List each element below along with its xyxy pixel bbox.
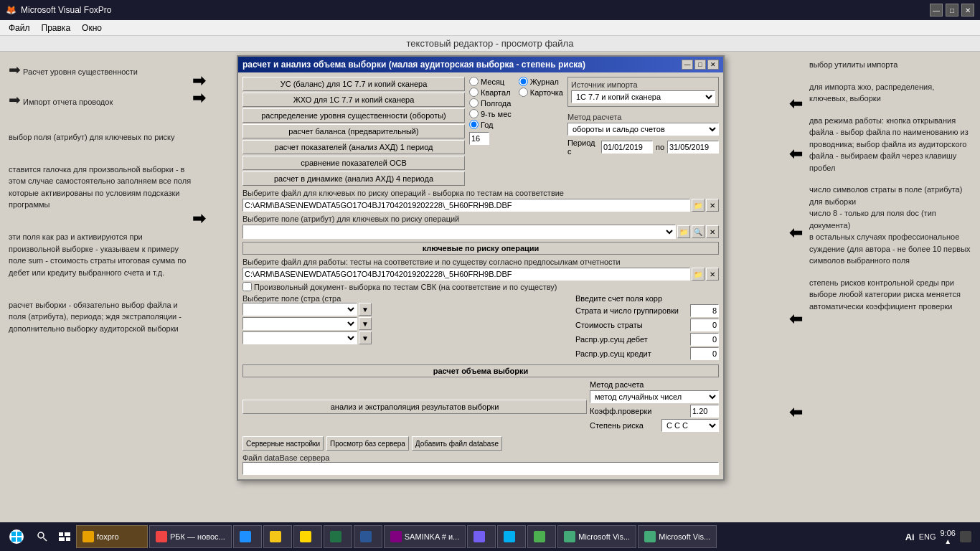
excel-icon <box>330 531 341 542</box>
ai-label: Ai <box>905 532 915 542</box>
debit-input[interactable] <box>690 333 719 346</box>
key-field-btn3[interactable]: ✕ <box>706 225 719 238</box>
strata-group-input[interactable] <box>690 304 719 317</box>
dialog-maximize-button[interactable]: □ <box>694 60 706 70</box>
method-calc-select[interactable]: обороты и сальдо счетов <box>567 123 719 136</box>
field-listbox-1[interactable] <box>242 303 357 316</box>
svk-file-input[interactable] <box>242 268 690 281</box>
taskbar-ie1[interactable] <box>233 525 262 548</box>
period-halfyear[interactable]: Полгода <box>469 98 512 108</box>
btn-indicators[interactable]: расчет показателей (анализ АХД) 1 период <box>242 140 465 154</box>
key-file-browse-btn[interactable]: 📁 <box>692 199 705 212</box>
key-field-btn1[interactable]: 📁 <box>677 225 690 238</box>
dialog-close-button[interactable]: ✕ <box>707 60 719 70</box>
arrow-right-1: ⬅ <box>789 95 802 113</box>
taskbar-chrome[interactable] <box>527 525 556 548</box>
taskbar-file1[interactable] <box>263 525 292 548</box>
source-import-select[interactable]: 1С 7.7 и копий сканера <box>571 90 715 103</box>
notification-icon[interactable] <box>960 531 971 542</box>
taskbar-rbk[interactable]: РБК — новос... <box>149 525 232 548</box>
credit-row: Распр.ур.сущ кредит <box>575 347 719 360</box>
credit-input[interactable] <box>690 347 719 360</box>
app-subtitle: текстовый редактор - просмотр файла <box>407 38 574 49</box>
period-9months[interactable]: 9-ть мес <box>469 109 512 118</box>
arrow-right-4: ⬅ <box>789 310 802 329</box>
server-settings-btn[interactable]: Серверные настройки <box>242 436 324 451</box>
method-calc-label: Метод расчета <box>590 380 644 389</box>
credit-label: Распр.ур.сущ кредит <box>575 349 651 358</box>
taskbar-skype[interactable] <box>497 525 526 548</box>
taskbar-excel[interactable] <box>324 525 352 548</box>
key-field-select[interactable] <box>242 225 676 239</box>
coeff-input[interactable] <box>690 405 719 418</box>
calc-params: Метод расчета метод случайных чисел Коэф… <box>590 380 719 433</box>
view-db-server-btn[interactable]: Просмотр баз сервера <box>326 436 409 451</box>
left-text-6: расчет выборки - обязательно выбор файла… <box>9 299 192 335</box>
dialog-minimize-button[interactable]: — <box>682 60 693 70</box>
dialog-title-text: расчет и анализ объема выборки (малая ау… <box>242 60 585 70</box>
period-from-input[interactable] <box>601 141 653 154</box>
field-listbox-3[interactable] <box>242 331 357 344</box>
start-button[interactable] <box>3 524 30 550</box>
svg-line-5 <box>44 538 47 542</box>
debit-row: Распр.ур.сущ дебет <box>575 333 719 346</box>
menu-edit[interactable]: Правка <box>36 22 77 34</box>
btn-distribution[interactable]: распределение уровня существенности (обо… <box>242 108 465 123</box>
close-button[interactable]: ✕ <box>961 4 974 17</box>
key-field-section: Выберите поле (атрибут) для ключевых по … <box>242 215 719 239</box>
field-list-btn-2[interactable]: ▼ <box>359 317 372 330</box>
taskbar-vis2[interactable]: Microsoft Vis... <box>638 525 717 548</box>
app-title: Microsoft Visual FoxPro <box>21 5 112 15</box>
maximize-button[interactable]: □ <box>946 4 958 17</box>
dialog-body: УС (баланс) для 1С 7.7 и копий сканера Ж… <box>238 72 723 479</box>
btn-compare-osv[interactable]: сравнение показателей ОСВ <box>242 156 465 170</box>
svg-point-4 <box>38 532 44 538</box>
arbitrary-doc-checkbox[interactable] <box>242 282 252 291</box>
period-number-input[interactable] <box>469 132 489 145</box>
period-month[interactable]: Месяц <box>469 77 512 86</box>
svk-file-browse-btn[interactable]: 📁 <box>692 268 705 281</box>
strata-cost-input[interactable] <box>690 319 719 331</box>
source-card[interactable]: Карточка <box>519 88 563 97</box>
strata-group-row: Страта и число группировки <box>575 304 719 317</box>
risk-select[interactable]: С С С <box>661 419 719 432</box>
taskbar-saminka[interactable]: SAMINKA # и... <box>384 525 466 548</box>
task-view-btn[interactable] <box>55 525 75 548</box>
menu-window[interactable]: Окно <box>76 22 108 34</box>
word-icon <box>360 531 372 542</box>
menu-file[interactable]: Файл <box>3 22 36 34</box>
taskbar-explorer[interactable] <box>293 525 322 548</box>
period-quarter[interactable]: Квартал <box>469 88 512 97</box>
add-file-db-btn[interactable]: Добавить файл database <box>412 436 502 451</box>
field-list-btn-1[interactable]: ▼ <box>359 303 372 316</box>
ie1-icon <box>240 531 251 542</box>
key-file-clear-btn[interactable]: ✕ <box>706 199 719 212</box>
key-file-input[interactable] <box>242 199 690 212</box>
db-file-input[interactable] <box>242 462 719 475</box>
search-taskbar-btn[interactable] <box>32 525 53 548</box>
period-to-input[interactable] <box>667 141 719 154</box>
btn-us-balance[interactable]: УС (баланс) для 1С 7.7 и копий сканера <box>242 77 465 91</box>
taskbar-vis1[interactable]: Microsoft Vis... <box>557 525 636 548</box>
arbitrary-doc-label: Произвольный документ- выборка по тестам… <box>254 283 557 291</box>
btn-zhkho[interactable]: ЖХО для 1С 7.7 и копий сканера <box>242 93 465 107</box>
minimize-button[interactable]: — <box>930 4 943 17</box>
btn-dynamics[interactable]: расчет в динамике (анализ АХД) 4 периода <box>242 171 465 186</box>
field-list-btn-3[interactable]: ▼ <box>359 331 372 344</box>
source-journal[interactable]: Журнал <box>519 77 563 86</box>
arrow-right-3: ⬅ <box>789 224 802 242</box>
period-year[interactable]: Год <box>469 120 512 129</box>
key-field-btn2[interactable]: 🔍 <box>692 225 705 238</box>
coeff-label: Коэфф.проверки <box>590 407 651 415</box>
period-radio-group: Месяц Квартал Полгода 9-ть мес <box>469 77 512 129</box>
foxpro-icon <box>83 531 94 542</box>
taskbar-foxpro[interactable]: foxpro <box>76 525 148 548</box>
field-listbox-2[interactable] <box>242 317 357 330</box>
method-calc-dropdown[interactable]: метод случайных чисел <box>590 390 719 403</box>
btn-balance-calc[interactable]: расчет баланса (предварительный) <box>242 124 465 138</box>
taskbar-word[interactable] <box>354 525 382 548</box>
corr-account-label: Введите счет поля корр <box>575 294 719 303</box>
taskbar-viber[interactable] <box>467 525 496 548</box>
calc-extrapolation-btn[interactable]: анализ и экстраполяция результатов выбор… <box>242 400 587 414</box>
svk-file-clear-btn[interactable]: ✕ <box>706 268 719 281</box>
